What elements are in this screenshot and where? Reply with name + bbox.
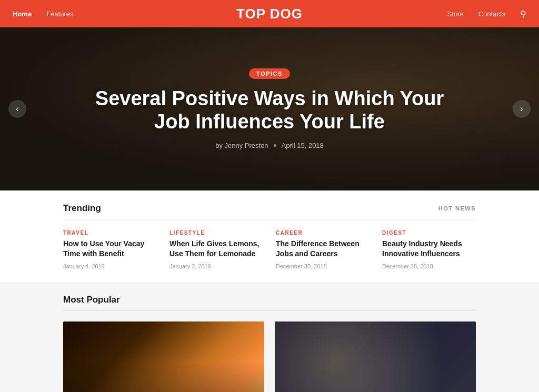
hero-next-button[interactable]: › [513,100,531,118]
popular-grid [63,321,476,392]
nav-left: Home Features [13,10,73,18]
popular-card-1[interactable] [63,321,264,392]
hero-badge: TOPICS [249,68,290,79]
hero-content: TOPICS Several Positive Ways in Which Yo… [85,68,454,149]
hero-date: April 15, 2018 [282,142,324,149]
trending-article-title: When Life Gives Lemons, Use Them for Lem… [169,239,263,259]
trending-category: LIFESTYLE [169,230,263,236]
trending-category: CAREER [276,230,370,236]
trending-date: December 30, 2018 [276,263,370,269]
site-title: TOP DOG [236,6,303,22]
popular-card-2[interactable] [275,321,476,392]
most-popular-section: Most Popular [0,282,539,392]
trending-item[interactable]: LIFESTYLE When Life Gives Lemons, Use Th… [169,230,263,269]
trending-date: January 2, 2019 [169,263,263,269]
nav-features[interactable]: Features [46,10,73,18]
nav-contacts[interactable]: Contacts [478,10,505,18]
hero-author: by Jenny Preston [215,142,268,149]
trending-date: December 28, 2018 [382,263,476,269]
nav-home[interactable]: Home [13,10,32,18]
search-button[interactable]: ⚲ [520,9,526,19]
most-popular-title: Most Popular [63,295,120,305]
hero-prev-button[interactable]: ‹ [8,100,26,118]
hero-dot [274,144,276,147]
search-icon: ⚲ [520,9,526,18]
trending-category: DIGEST [382,230,476,236]
hero-meta: by Jenny Preston April 15, 2018 [215,142,324,149]
trending-article-title: How to Use Your Vacay Time with Benefit [63,239,157,259]
nav-store[interactable]: Store [447,10,464,18]
trending-date: January 4, 2019 [63,263,157,269]
hero-section: ‹ TOPICS Several Positive Ways in Which … [0,27,539,190]
most-popular-header: Most Popular [63,295,476,311]
trending-item[interactable]: CAREER The Difference Between Jobs and C… [276,230,370,269]
trending-item[interactable]: DIGEST Beauty Industry Needs Innovative … [382,230,476,269]
nav-right: Store Contacts ⚲ [447,9,526,19]
trending-title: Trending [63,203,101,214]
trending-grid: TRAVEL How to Use Your Vacay Time with B… [63,230,476,269]
trending-article-title: Beauty Industry Needs Innovative Influen… [382,239,476,259]
hot-news-label: HOT NEWS [438,205,476,212]
trending-header: Trending HOT NEWS [63,203,476,219]
hero-title: Several Positive Ways in Which Your Job … [85,87,454,133]
trending-section: Trending HOT NEWS TRAVEL How to Use Your… [0,190,539,282]
site-header: Home Features TOP DOG Store Contacts ⚲ [0,0,539,27]
trending-item[interactable]: TRAVEL How to Use Your Vacay Time with B… [63,230,157,269]
trending-category: TRAVEL [63,230,157,236]
trending-article-title: The Difference Between Jobs and Careers [276,239,370,259]
